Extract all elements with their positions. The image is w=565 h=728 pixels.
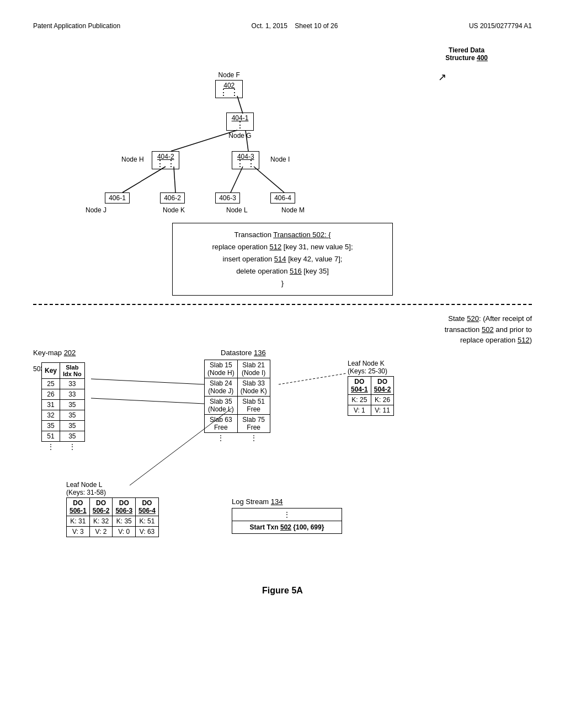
- box-406-2-area: 406-2: [160, 192, 185, 204]
- node-f-area: Node F 402 ⋮ ⋮: [215, 71, 243, 99]
- box-406-4-area: 406-4: [270, 192, 295, 204]
- diagram-title: Tiered Data Structure 400: [445, 46, 488, 62]
- state-label: State 520: (After receipt of transaction…: [33, 313, 532, 346]
- box-406-3-area: 406-3: [215, 192, 240, 204]
- header-left: Patent Application Publication: [33, 22, 120, 30]
- svg-line-9: [279, 373, 347, 384]
- page-header: Patent Application Publication Oct. 1, 2…: [33, 22, 532, 30]
- box-404-1-area: 404-1 ⋮ Node G: [226, 113, 254, 140]
- svg-line-8: [91, 398, 204, 404]
- box-404-3-area: 404-3 ⋮ ⋮ Node I: [232, 151, 259, 169]
- log-stream: Log Stream 134 ⋮ Start Txn 502 {100, 699…: [232, 497, 342, 534]
- leaf-node-k: Leaf Node K(Keys: 25-30) DO504-1 DO504-2…: [348, 360, 394, 416]
- lower-lines-svg: [33, 349, 532, 580]
- lower-diagram: Key-map 202 503 Key SlabIdx No 2533 2633…: [33, 349, 532, 580]
- node-l-label: Node L: [226, 206, 248, 214]
- tree-lines-svg: [33, 41, 532, 217]
- dashed-separator: [33, 304, 532, 305]
- node-k-label: Node K: [163, 206, 185, 214]
- header-center: Oct. 1, 2015 Sheet 10 of 26: [252, 22, 338, 30]
- figure-label: Figure 5A: [33, 586, 532, 596]
- transaction-box: Transaction Transaction 502: { replace o…: [172, 223, 393, 296]
- keymap-title: Key-map 202: [33, 349, 76, 357]
- node-j-label: Node J: [86, 206, 106, 214]
- svg-line-5: [231, 167, 243, 192]
- box-406-1-area: 406-1: [105, 192, 130, 204]
- svg-line-7: [91, 379, 204, 384]
- datastore-table: Slab 15(Node H) Slab 21(Node I) Slab 24(…: [204, 360, 270, 443]
- svg-line-4: [174, 167, 175, 192]
- leaf-node-l: Leaf Node L(Keys: 31-58) DO506-1 DO506-2…: [66, 481, 159, 537]
- keymap-table: Key SlabIdx No 2533 2633 3135 3235 3535 …: [41, 362, 85, 452]
- node-m-label: Node M: [281, 206, 305, 214]
- header-right: US 2015/0277794 A1: [469, 22, 532, 30]
- tree-diagram: Tiered Data Structure 400 ↗ Node F 402 ⋮…: [33, 41, 532, 217]
- svg-line-3: [122, 167, 166, 192]
- box-404-2-area: Node H 404-2 ⋮ ⋮: [152, 151, 179, 169]
- svg-line-6: [254, 167, 284, 192]
- datastore-title: Datastore 136: [221, 349, 266, 357]
- arrow-to-400: ↗: [438, 71, 446, 83]
